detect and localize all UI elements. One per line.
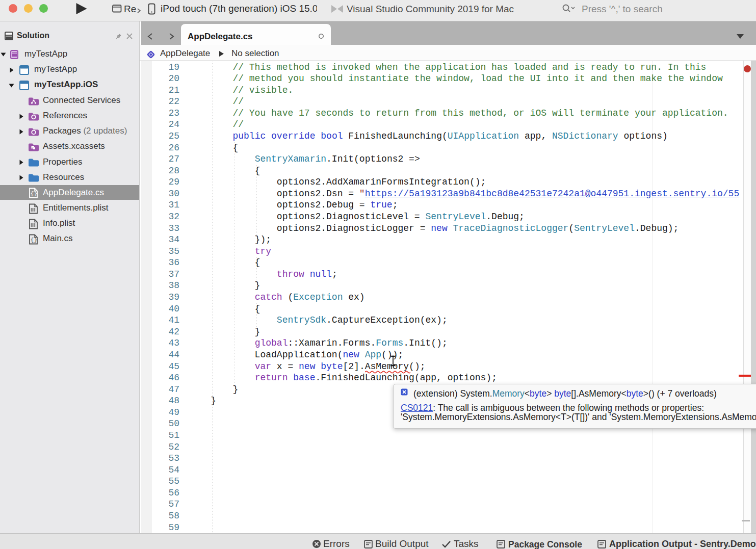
- svg-text:{}: {}: [31, 237, 38, 243]
- svg-text:{}: {}: [31, 190, 38, 197]
